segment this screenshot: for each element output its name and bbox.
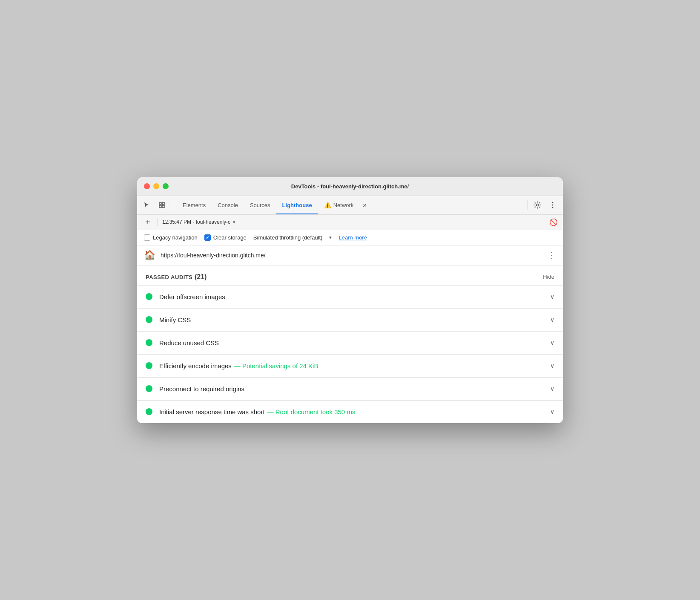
svg-rect-0 xyxy=(159,202,161,205)
toolbar: + 12:35:47 PM - foul-heavenly-c ▾ 🚫 xyxy=(137,215,563,230)
audit-savings: — Potential savings of 24 KiB xyxy=(234,362,318,369)
audit-item-reduce-unused-css[interactable]: Reduce unused CSS ∨ xyxy=(137,332,563,355)
legacy-navigation-check[interactable] xyxy=(144,234,150,241)
inspect-icon[interactable] xyxy=(156,199,168,211)
chevron-down-icon: ∨ xyxy=(550,339,554,346)
more-options-icon[interactable] xyxy=(546,198,559,212)
url-more-icon[interactable]: ⋮ xyxy=(548,251,556,260)
clear-storage-check[interactable] xyxy=(204,234,211,241)
titlebar: DevTools - foul-heavenly-direction.glitc… xyxy=(137,177,563,196)
minimize-button[interactable] xyxy=(153,183,159,189)
url-dropdown-arrow[interactable]: ▾ xyxy=(233,219,235,225)
more-tabs-button[interactable]: » xyxy=(359,201,370,209)
main-content: PASSED AUDITS (21) Hide Defer offscreen … xyxy=(137,265,563,423)
add-button[interactable]: + xyxy=(142,217,153,227)
passed-indicator xyxy=(146,362,152,369)
tab-lighthouse[interactable]: Lighthouse xyxy=(276,196,318,214)
options-bar: Legacy navigation Clear storage Simulate… xyxy=(137,230,563,245)
audit-item-defer-offscreen[interactable]: Defer offscreen images ∨ xyxy=(137,286,563,309)
clear-storage-label: Clear storage xyxy=(213,234,247,241)
chevron-down-icon: ∨ xyxy=(550,316,554,323)
svg-rect-3 xyxy=(162,205,164,208)
svg-point-4 xyxy=(536,204,539,206)
passed-indicator xyxy=(146,339,152,346)
audit-item-minify-css[interactable]: Minify CSS ∨ xyxy=(137,309,563,332)
tab-network[interactable]: ⚠️ Network xyxy=(318,196,360,214)
legacy-navigation-label: Legacy navigation xyxy=(153,234,198,241)
right-divider xyxy=(528,200,528,210)
close-button[interactable] xyxy=(144,183,150,189)
passed-audits-header: PASSED AUDITS (21) Hide xyxy=(137,265,563,285)
toolbar-divider xyxy=(158,218,158,226)
maximize-button[interactable] xyxy=(163,183,169,189)
tab-console[interactable]: Console xyxy=(212,196,244,214)
devtools-window: DevTools - foul-heavenly-direction.glitc… xyxy=(137,177,563,423)
url-bar: 🏠 https://foul-heavenly-direction.glitch… xyxy=(137,245,563,265)
passed-indicator xyxy=(146,316,152,323)
legacy-navigation-checkbox[interactable]: Legacy navigation xyxy=(144,234,198,241)
tab-elements[interactable]: Elements xyxy=(177,196,212,214)
tab-divider xyxy=(174,200,174,210)
audit-item-server-response[interactable]: Initial server response time was short— … xyxy=(137,401,563,423)
audit-label: Defer offscreen images xyxy=(159,293,543,300)
audit-label: Minify CSS xyxy=(159,316,543,323)
audit-item-efficiently-encode[interactable]: Efficiently encode images— Potential sav… xyxy=(137,355,563,378)
chevron-down-icon: ∨ xyxy=(550,362,554,369)
chevron-down-icon: ∨ xyxy=(550,408,554,415)
passed-indicator xyxy=(146,408,152,415)
settings-icon[interactable] xyxy=(531,198,544,212)
cursor-icon[interactable] xyxy=(141,199,152,211)
throttling-label: Simulated throttling (default) xyxy=(253,234,323,241)
tabs: Elements Console Sources Lighthouse ⚠️ N… xyxy=(177,196,525,214)
right-icons xyxy=(531,198,559,212)
passed-indicator xyxy=(146,293,152,300)
lighthouse-logo-icon: 🏠 xyxy=(144,250,155,261)
audit-list: Defer offscreen images ∨ Minify CSS ∨ Re… xyxy=(137,285,563,423)
network-warning-icon: ⚠️ xyxy=(324,202,331,208)
tab-icon-group xyxy=(141,199,168,211)
passed-indicator xyxy=(146,385,152,392)
audit-label: Initial server response time was short— … xyxy=(159,408,543,415)
learn-more-link[interactable]: Learn more xyxy=(339,234,367,241)
chevron-down-icon: ∨ xyxy=(550,293,554,300)
block-icon[interactable]: 🚫 xyxy=(549,218,558,226)
hide-button[interactable]: Hide xyxy=(543,274,554,280)
chevron-down-icon: ∨ xyxy=(550,385,554,392)
passed-count: (21) xyxy=(195,273,207,280)
audit-label: Reduce unused CSS xyxy=(159,339,543,346)
svg-point-7 xyxy=(552,207,554,208)
passed-audits-title: PASSED AUDITS (21) xyxy=(146,273,207,281)
audit-item-preconnect[interactable]: Preconnect to required origins ∨ xyxy=(137,378,563,401)
throttling-arrow[interactable]: ▾ xyxy=(329,235,332,240)
svg-point-6 xyxy=(552,205,554,206)
audit-savings: — Root document took 350 ms xyxy=(267,408,356,415)
clear-storage-checkbox[interactable]: Clear storage xyxy=(204,234,247,241)
audit-label: Efficiently encode images— Potential sav… xyxy=(159,362,543,369)
audit-label: Preconnect to required origins xyxy=(159,385,543,392)
svg-rect-2 xyxy=(159,205,161,208)
url-timestamp: 12:35:47 PM - foul-heavenly-c xyxy=(162,219,230,225)
tabbar: Elements Console Sources Lighthouse ⚠️ N… xyxy=(137,196,563,215)
url-display: 12:35:47 PM - foul-heavenly-c ▾ xyxy=(162,219,545,225)
window-title: DevTools - foul-heavenly-direction.glitc… xyxy=(291,183,409,190)
passed-title-text: PASSED AUDITS xyxy=(146,274,193,280)
tab-sources[interactable]: Sources xyxy=(244,196,276,214)
traffic-lights xyxy=(144,183,169,189)
svg-rect-1 xyxy=(162,202,164,205)
audit-url: https://foul-heavenly-direction.glitch.m… xyxy=(161,252,543,259)
svg-point-5 xyxy=(552,202,554,203)
